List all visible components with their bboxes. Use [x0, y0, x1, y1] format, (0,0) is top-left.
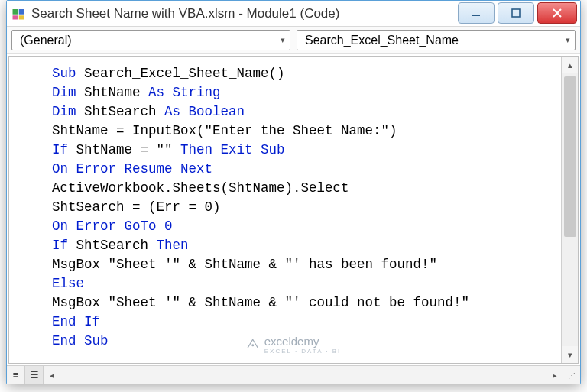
svg-rect-0 — [13, 9, 18, 15]
procedure-dropdown-value: Search_Excel_Sheet_Name — [305, 34, 459, 47]
procedure-dropdown[interactable]: Search_Excel_Sheet_Name ▾ — [297, 30, 576, 50]
horizontal-scrollbar[interactable]: ◂ ▸ ⋰ — [44, 366, 580, 384]
window-buttons — [458, 1, 580, 24]
scroll-left-arrow[interactable]: ◂ — [44, 366, 60, 384]
maximize-button[interactable] — [498, 2, 534, 24]
svg-rect-3 — [19, 15, 24, 19]
window-title: Search Sheet Name with VBA.xlsm - Module… — [31, 6, 339, 21]
scroll-right-arrow[interactable]: ▸ — [546, 366, 563, 384]
minimize-button[interactable] — [458, 2, 495, 24]
maximize-icon — [511, 8, 521, 18]
scroll-down-arrow[interactable]: ▾ — [562, 346, 579, 363]
full-module-view-button[interactable]: ☰ — [25, 366, 44, 384]
vertical-scrollbar[interactable]: ▴ ▾ — [561, 57, 578, 363]
svg-rect-5 — [512, 9, 520, 17]
svg-rect-1 — [19, 9, 24, 15]
code-editor[interactable]: Sub Search_Excel_Sheet_Name() Dim ShtNam… — [9, 57, 561, 363]
object-dropdown[interactable]: (General) ▾ — [11, 30, 290, 50]
scroll-thumb[interactable] — [564, 76, 576, 237]
close-icon — [552, 8, 563, 18]
minimize-icon — [471, 8, 482, 18]
object-dropdown-value: (General) — [20, 34, 72, 47]
titlebar[interactable]: Search Sheet Name with VBA.xlsm - Module… — [7, 1, 580, 27]
vba-code-window: Search Sheet Name with VBA.xlsm - Module… — [6, 0, 581, 384]
bottom-bar: ≡ ☰ ◂ ▸ ⋰ — [7, 365, 580, 384]
vba-module-icon — [11, 7, 25, 21]
procedure-view-button[interactable]: ≡ — [7, 366, 25, 384]
close-button[interactable] — [537, 2, 577, 24]
code-toolbar: (General) ▾ Search_Excel_Sheet_Name ▾ — [7, 27, 580, 54]
chevron-down-icon: ▾ — [281, 35, 285, 45]
editor-container: Sub Search_Excel_Sheet_Name() Dim ShtNam… — [8, 56, 579, 364]
chevron-down-icon: ▾ — [566, 35, 570, 45]
svg-rect-2 — [13, 15, 18, 19]
resize-grip-icon: ⋰ — [563, 366, 580, 384]
scroll-up-arrow[interactable]: ▴ — [562, 57, 579, 73]
